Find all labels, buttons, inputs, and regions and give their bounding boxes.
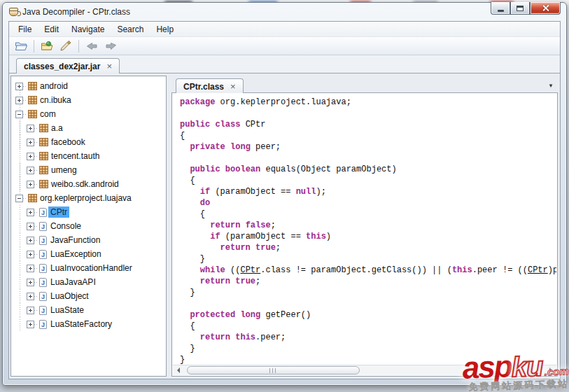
window-title: Java Decompiler - CPtr.class	[22, 7, 130, 17]
tree-connector	[34, 296, 38, 297]
tree-item-umeng[interactable]: umeng	[11, 163, 166, 177]
tree-item-cn-ibuka[interactable]: cn.ibuka	[11, 93, 166, 107]
menu-help[interactable]: Help	[150, 22, 180, 36]
tree-item-label: com	[38, 108, 58, 120]
tree-item-luastate[interactable]: JLuaState	[11, 303, 166, 317]
collapse-minus-icon[interactable]	[15, 195, 23, 202]
source-tab-label: CPtr.class	[183, 82, 224, 92]
expand-plus-icon[interactable]	[15, 97, 23, 104]
window-titlebar[interactable]: Java Decompiler - CPtr.class	[3, 3, 566, 21]
tree-item-luajavaapi[interactable]: JLuaJavaAPI	[11, 275, 166, 289]
tree-item-tencent-tauth[interactable]: tencent.tauth	[11, 149, 166, 163]
tree-connector	[34, 268, 38, 269]
expand-plus-icon[interactable]	[27, 307, 34, 314]
source-tab-close-icon[interactable]: ×	[230, 83, 236, 90]
java-class-icon: J	[39, 292, 47, 301]
expand-plus-icon[interactable]	[27, 223, 34, 230]
menu-search[interactable]: Search	[111, 22, 150, 36]
tree-item-facebook[interactable]: facebook	[11, 135, 166, 149]
forward-icon	[104, 41, 118, 52]
tree-item-weibo-sdk-android[interactable]: weibo.sdk.android	[11, 177, 166, 191]
menu-file[interactable]: File	[12, 22, 38, 36]
tree-item-luaexception[interactable]: JLuaException	[11, 247, 166, 261]
code-line: {	[180, 175, 556, 186]
expand-plus-icon[interactable]	[27, 293, 34, 300]
tree-item-cptr[interactable]: JCPtr	[11, 205, 166, 219]
expand-plus-icon[interactable]	[27, 251, 34, 258]
tree-item-console[interactable]: JConsole	[11, 219, 166, 233]
tree-connector	[34, 226, 38, 227]
tab-overflow-icon[interactable]: ▾	[545, 80, 556, 90]
tree-item-com[interactable]: com	[11, 107, 166, 121]
tree-item-luainvocationhandler[interactable]: JLuaInvocationHandler	[11, 261, 166, 275]
horizontal-scrollbar[interactable]	[173, 365, 556, 375]
open-type-button[interactable]	[38, 38, 55, 54]
tree-item-label: Console	[48, 220, 83, 232]
tab-classes-dex2jar[interactable]: classes_dex2jar.jar ×	[16, 58, 120, 74]
tree-item-org-keplerproject-luajava[interactable]: org.keplerproject.luajava	[11, 191, 166, 205]
expand-plus-icon[interactable]	[27, 279, 34, 286]
expand-plus-icon[interactable]	[27, 321, 34, 328]
toolbar-separator	[34, 40, 34, 52]
minimize-icon	[498, 10, 504, 12]
code-line: protected long getPeer()	[180, 309, 556, 321]
tree-item-label: CPtr	[48, 206, 69, 218]
source-tab-bar: CPtr.class × ▾	[171, 76, 558, 93]
tree-item-luastatefactory[interactable]: JLuaStateFactory	[11, 317, 166, 331]
expand-plus-icon[interactable]	[27, 265, 34, 272]
expand-plus-icon[interactable]	[27, 237, 34, 244]
tree-item-javafunction[interactable]: JJavaFunction	[11, 233, 166, 247]
tree-connector	[23, 86, 27, 87]
expand-plus-icon[interactable]	[27, 209, 34, 216]
scrollbar-thumb[interactable]	[187, 366, 360, 374]
tab-cptr-class[interactable]: CPtr.class ×	[176, 78, 244, 94]
tree-item-label: cn.ibuka	[38, 94, 73, 106]
menu-edit[interactable]: Edit	[38, 22, 65, 36]
tree-item-label: LuaStateFactory	[48, 318, 114, 330]
close-button[interactable]	[530, 2, 561, 15]
tree-item-a-a[interactable]: a.a	[11, 121, 166, 135]
open-file-button[interactable]	[13, 38, 29, 54]
tree-item-luaobject[interactable]: JLuaObject	[11, 289, 166, 303]
code-line: }	[180, 354, 556, 364]
code-line: }	[180, 343, 556, 354]
package-icon	[28, 194, 37, 202]
tree-indent-guide	[15, 317, 27, 331]
tree-item-label: LuaException	[48, 248, 104, 260]
expand-plus-icon[interactable]	[27, 125, 34, 132]
source-view[interactable]: package org.keplerproject.luajava; publi…	[171, 93, 558, 377]
expand-plus-icon[interactable]	[27, 167, 34, 174]
tree-item-label: facebook	[49, 136, 87, 148]
code-line: return true;	[180, 242, 556, 253]
maximize-button[interactable]	[510, 2, 530, 15]
jar-tab-close-icon[interactable]: ×	[106, 63, 112, 70]
menu-navigate[interactable]: Navigate	[65, 22, 111, 36]
tree-indent-guide	[15, 289, 27, 303]
java-class-icon: J	[39, 208, 47, 217]
forward-button[interactable]	[102, 38, 119, 54]
scroll-right-button[interactable]	[545, 365, 556, 375]
tree-connector	[34, 324, 38, 325]
tree-item-android[interactable]: android	[11, 79, 166, 93]
decompiled-source: package org.keplerproject.luajava; publi…	[180, 97, 556, 364]
paintbrush-button[interactable]	[57, 38, 74, 54]
tree-item-label: JavaFunction	[48, 234, 102, 246]
minimize-button[interactable]	[491, 2, 510, 15]
expand-plus-icon[interactable]	[27, 181, 34, 188]
tree-connector	[34, 240, 38, 241]
code-line	[180, 298, 556, 309]
java-class-icon: J	[39, 306, 47, 315]
paintbrush-icon	[59, 41, 73, 52]
expand-plus-icon[interactable]	[27, 153, 34, 160]
scroll-left-button[interactable]	[173, 365, 184, 375]
expand-plus-icon[interactable]	[27, 139, 34, 146]
open-type-icon	[41, 41, 54, 52]
app-icon	[9, 9, 18, 16]
expand-plus-icon[interactable]	[15, 83, 23, 90]
collapse-minus-icon[interactable]	[15, 111, 23, 118]
tree-connector	[34, 282, 38, 283]
package-icon	[28, 82, 37, 90]
back-button[interactable]	[83, 38, 100, 54]
package-tree[interactable]: androidcn.ibukacoma.afacebooktencent.tau…	[10, 76, 167, 377]
tree-connector	[23, 100, 27, 101]
